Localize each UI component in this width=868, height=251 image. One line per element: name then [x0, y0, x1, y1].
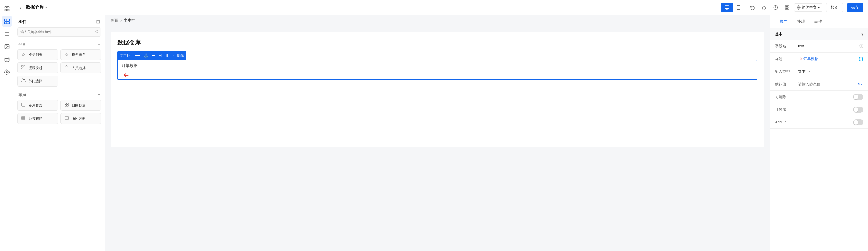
- svg-rect-1: [7, 7, 9, 8]
- svg-rect-4: [4, 19, 7, 21]
- basic-section-header: 基本 ▾: [770, 28, 868, 40]
- language-selector[interactable]: 简体中文 ▾: [794, 3, 823, 11]
- panel-tabs: 属性 外观 事件: [770, 15, 868, 28]
- svg-rect-6: [4, 22, 7, 24]
- list-item[interactable]: 吸附容器: [60, 113, 101, 124]
- addon-row: AddOn: [770, 116, 868, 129]
- free-container-icon: [64, 103, 69, 108]
- red-arrow-title: ➜: [798, 56, 802, 62]
- undo-button[interactable]: [748, 3, 757, 12]
- text-field-value: 订单数据: [122, 63, 138, 68]
- list-item[interactable]: ☆ 模型表单: [60, 49, 101, 60]
- nav-data-icon[interactable]: [2, 54, 12, 65]
- svg-point-32: [66, 65, 67, 67]
- tab-properties[interactable]: 属性: [775, 15, 792, 28]
- widget-container: 文本框 ⟷ ⚓ ⊢ ⊣ 🗑 ··· 编辑 订单数据: [118, 51, 757, 80]
- search-input[interactable]: [17, 27, 101, 37]
- addon-toggle[interactable]: [853, 119, 863, 125]
- fx-button[interactable]: f(x): [859, 82, 863, 86]
- nav-outline-icon[interactable]: [2, 29, 12, 39]
- toolbar-separator: [132, 53, 132, 57]
- list-item[interactable]: 部门选择: [17, 76, 58, 87]
- classic-layout-icon: [21, 116, 26, 121]
- save-button[interactable]: 保存: [847, 3, 863, 12]
- clearable-toggle[interactable]: [853, 94, 863, 100]
- basic-section-arrow-icon[interactable]: ▾: [861, 32, 863, 37]
- history-button[interactable]: [771, 3, 780, 12]
- list-item[interactable]: 自由容器: [60, 100, 101, 111]
- list-item[interactable]: 布局容器: [17, 100, 58, 111]
- list-item[interactable]: 人员选择: [60, 62, 101, 73]
- toolbar-delete-icon[interactable]: 🗑: [164, 53, 169, 58]
- nav-pages-icon[interactable]: [2, 3, 12, 14]
- list-item[interactable]: ☆ 模型列表: [17, 49, 58, 60]
- svg-point-13: [5, 57, 9, 59]
- nav-components-icon[interactable]: [2, 16, 12, 27]
- toolbar-more-icon[interactable]: ···: [172, 53, 174, 57]
- nav-rail: [0, 0, 14, 251]
- component-label: 部门选择: [29, 79, 42, 84]
- input-type-value[interactable]: 文本 ▾: [798, 69, 863, 74]
- field-name-row: 字段名 text ⓘ: [770, 40, 868, 53]
- svg-point-33: [22, 79, 23, 80]
- platform-section-header: 平台 ▾: [14, 39, 104, 49]
- clearable-label: 可清除: [775, 94, 798, 100]
- preview-button[interactable]: 预览: [826, 3, 843, 12]
- model-list-icon: ☆: [21, 52, 26, 57]
- field-name-label: 字段名: [775, 44, 798, 49]
- platform-arrow-icon[interactable]: ▾: [98, 43, 100, 47]
- clearable-value: [798, 94, 863, 100]
- svg-rect-29: [22, 65, 23, 67]
- svg-rect-21: [785, 6, 787, 7]
- layout-container-icon: [21, 103, 26, 108]
- canvas-page[interactable]: 数据仓库 文本框 ⟷ ⚓ ⊢ ⊣ 🗑 ··· 编辑: [111, 32, 764, 147]
- toolbar-move-icon[interactable]: ⟷: [134, 53, 141, 58]
- tab-appearance[interactable]: 外观: [792, 15, 810, 28]
- field-info-icon[interactable]: ⓘ: [859, 44, 863, 49]
- tab-events[interactable]: 事件: [810, 15, 827, 28]
- text-field-widget[interactable]: 订单数据: [118, 60, 757, 80]
- nav-image-icon[interactable]: [2, 41, 12, 52]
- list-item[interactable]: 经典布局: [17, 113, 58, 124]
- svg-line-28: [98, 32, 98, 33]
- header: ‹ 数据仓库 ▾: [14, 0, 868, 15]
- default-value-input[interactable]: [798, 82, 857, 86]
- canvas-area: 页面 > 文本框 数据仓库 文本框 ⟷ ⚓ ⊢ ⊣ 🗑: [105, 15, 770, 251]
- toolbar-align-left-icon[interactable]: ⊢: [151, 53, 156, 58]
- addon-label: AddOn: [775, 120, 798, 124]
- field-name-value: text: [798, 44, 859, 48]
- toolbar-edit-label[interactable]: 编辑: [177, 53, 184, 58]
- title-dropdown-icon[interactable]: ▾: [45, 5, 47, 9]
- sidebar-collapse-icon[interactable]: ⊞: [96, 19, 100, 25]
- desktop-view-button[interactable]: [721, 3, 733, 12]
- component-search[interactable]: [17, 27, 101, 37]
- input-type-text: 文本: [798, 69, 806, 74]
- breadcrumb: 页面 > 文本框: [105, 15, 770, 26]
- svg-rect-37: [66, 103, 68, 105]
- search-icon: [95, 30, 99, 34]
- redo-button[interactable]: [760, 3, 769, 12]
- toolbar-anchor-icon[interactable]: ⚓: [143, 53, 149, 58]
- breadcrumb-page[interactable]: 页面: [111, 18, 118, 23]
- list-item[interactable]: 流程发起: [17, 62, 58, 73]
- device-switcher: [721, 3, 744, 12]
- input-type-label: 输入类型: [775, 69, 798, 74]
- mobile-view-button[interactable]: [733, 3, 744, 12]
- layout-components-grid: 布局容器 自由容器 经典布局: [14, 100, 104, 128]
- globe-icon[interactable]: 🌐: [859, 57, 863, 61]
- svg-rect-39: [66, 105, 68, 107]
- toolbar-align-right-icon[interactable]: ⊣: [158, 53, 162, 58]
- layout-arrow-icon[interactable]: ▾: [98, 93, 100, 97]
- addon-value: [798, 119, 863, 125]
- layout-icon[interactable]: [782, 3, 792, 12]
- nav-settings-icon[interactable]: [2, 67, 12, 77]
- component-label: 吸附容器: [72, 116, 86, 121]
- sidebar-header: 组件 ⊞: [14, 15, 104, 27]
- svg-rect-24: [785, 8, 787, 9]
- back-button[interactable]: ‹: [19, 4, 22, 11]
- properties-panel: 属性 外观 事件 基本 ▾ 字段名 text ⓘ: [770, 15, 868, 251]
- page-title: 数据仓库: [118, 39, 757, 47]
- basic-section-title: 基本: [775, 32, 782, 37]
- counter-toggle[interactable]: [853, 107, 863, 113]
- svg-rect-31: [22, 67, 23, 69]
